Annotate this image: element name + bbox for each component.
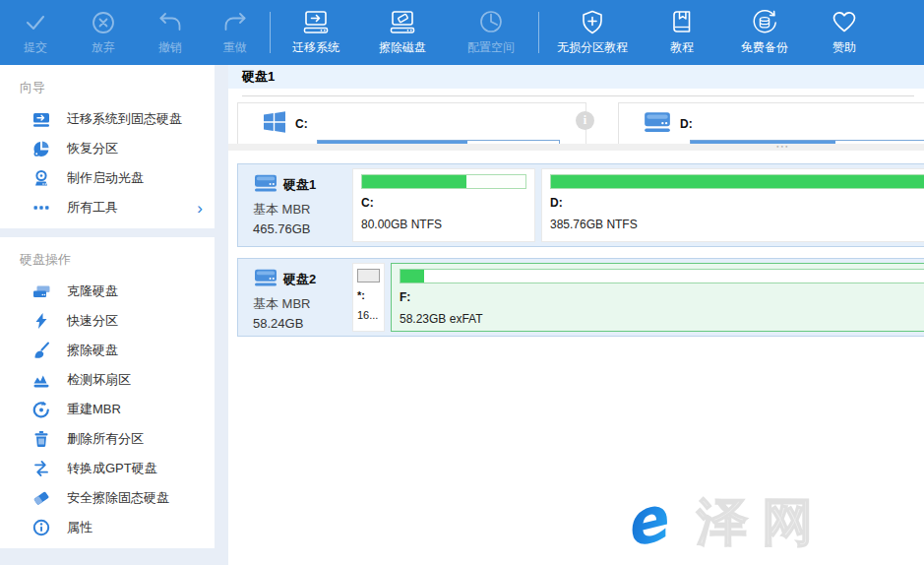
eraser-icon	[32, 489, 50, 507]
disk-type: 基本 MBR	[253, 201, 346, 219]
wipe-disk-button[interactable]: 擦除磁盘	[359, 0, 446, 65]
sidebar-item-label: 制作启动光盘	[67, 169, 144, 187]
disk-size: 58.24GB	[253, 316, 346, 331]
sidebar-item-clone-disk[interactable]: 克隆硬盘	[0, 277, 215, 306]
allocate-space-label: 配置空间	[467, 39, 515, 56]
usage-bar	[400, 269, 924, 283]
wipe-disk-label: 擦除磁盘	[379, 39, 426, 56]
undo-label: 撤销	[158, 39, 182, 56]
toolbar: 提交 放弃 撤销 重做 迁移系统 擦除磁盘 配置空间	[0, 0, 924, 65]
allocate-space-button[interactable]: 配置空间	[446, 0, 536, 65]
lossless-tutorial-button[interactable]: 无损分区教程	[541, 0, 644, 65]
redo-button[interactable]: 重做	[203, 0, 268, 65]
sidebar-item-secure-erase-ssd[interactable]: 安全擦除固态硬盘	[0, 483, 215, 513]
disk-name: 硬盘1	[283, 176, 316, 194]
sidebar-item-label: 所有工具	[67, 199, 118, 217]
splitter-handle[interactable]: ⋯	[228, 144, 924, 151]
book-icon	[667, 7, 697, 38]
sidebar-item-recover-partition[interactable]: 恢复分区	[0, 134, 215, 163]
undo-button[interactable]: 撤销	[138, 0, 203, 65]
database-refresh-icon	[750, 7, 779, 38]
submit-label: 提交	[24, 39, 47, 56]
partition-info: 16...	[357, 309, 380, 321]
boot-disc-icon	[32, 169, 50, 187]
sidebar-item-label: 迁移系统到固态硬盘	[67, 110, 182, 128]
section-title-disk-ops: 硬盘操作	[0, 247, 215, 277]
migrate-system-button[interactable]: 迁移系统	[273, 0, 359, 65]
overview-card-c[interactable]: C: i	[237, 102, 586, 144]
partition-info: 385.76GB NTFS	[550, 218, 924, 231]
splitter-dots-icon: ⋯	[775, 138, 791, 154]
partition-f-selected[interactable]: F: 58.23GB exFAT	[391, 263, 924, 332]
partition-label: F:	[400, 290, 924, 304]
disk-type: 基本 MBR	[253, 295, 346, 313]
disk-row-2[interactable]: 硬盘2 基本 MBR 58.24GB *: 16... F: 58.23GB e…	[237, 258, 924, 337]
trash-icon	[32, 430, 50, 448]
watermark-logo-icon: e	[616, 486, 687, 559]
discard-button[interactable]: 放弃	[69, 0, 138, 65]
clock-icon	[476, 7, 506, 38]
overview-drive-label: D:	[680, 117, 693, 131]
sidebar-item-all-tools[interactable]: 所有工具 ›	[0, 193, 215, 222]
sidebar-section-wizard: 向导 迁移系统到固态硬盘 恢复分区 制作启动光盘	[0, 65, 215, 228]
windows-logo-icon	[262, 109, 287, 139]
svg-text:e: e	[616, 486, 677, 555]
refresh-circle-icon	[32, 401, 50, 418]
sidebar-item-quick-partition[interactable]: 快速分区	[0, 306, 215, 336]
partition-label: *:	[357, 289, 380, 301]
disk2-info: 硬盘2 基本 MBR 58.24GB	[242, 263, 346, 332]
tab-disk1[interactable]: 硬盘1	[228, 68, 275, 86]
undo-icon	[155, 7, 185, 38]
sidebar-item-make-boot-disc[interactable]: 制作启动光盘	[0, 163, 215, 193]
free-backup-button[interactable]: 免费备份	[720, 0, 809, 65]
sidebar-item-wipe-disk[interactable]: 擦除硬盘	[0, 336, 215, 365]
disk-size: 465.76GB	[253, 221, 346, 236]
free-backup-label: 免费备份	[741, 39, 788, 56]
partition-info: 58.23GB exFAT	[400, 312, 924, 326]
sidebar-item-convert-gpt[interactable]: 转换成GPT硬盘	[0, 454, 215, 483]
sidebar-item-label: 检测坏扇区	[67, 371, 131, 389]
disk-tab-strip: 硬盘1	[228, 65, 924, 89]
sidebar-item-label: 删除所有分区	[67, 430, 144, 448]
more-dots-icon	[32, 199, 50, 217]
tutorial-button[interactable]: 教程	[644, 0, 720, 65]
disk-overview-strip: C: i D:	[228, 96, 924, 144]
sidebar-item-check-bad-sectors[interactable]: 检测坏扇区	[0, 365, 215, 395]
info-circle-icon	[32, 519, 50, 536]
lossless-tutorial-label: 无损分区教程	[557, 39, 628, 56]
partition-d[interactable]: D: 385.76GB NTFS	[541, 168, 924, 242]
migrate-system-label: 迁移系统	[292, 39, 339, 56]
submit-button[interactable]: 提交	[2, 0, 69, 65]
shield-plus-icon	[578, 7, 607, 38]
tutorial-label: 教程	[670, 39, 694, 56]
redo-icon	[220, 7, 250, 38]
sidebar-item-label: 重建MBR	[67, 401, 121, 418]
info-icon[interactable]: i	[576, 111, 594, 130]
sidebar-item-label: 恢复分区	[67, 140, 118, 157]
cancel-circle-icon	[89, 7, 118, 38]
sidebar-item-label: 安全擦除固态硬盘	[67, 489, 169, 507]
sidebar-item-label: 克隆硬盘	[67, 282, 118, 300]
disk1-info: 硬盘1 基本 MBR 465.76GB	[242, 168, 346, 242]
sidebar-item-properties[interactable]: 属性	[0, 513, 215, 542]
drive-eraser-icon	[388, 7, 417, 38]
sidebar-item-migrate-to-ssd[interactable]: 迁移系统到固态硬盘	[0, 104, 215, 134]
disk-icon	[253, 267, 278, 292]
sidebar-item-delete-all-partitions[interactable]: 删除所有分区	[0, 424, 215, 454]
partition-unallocated[interactable]: *: 16...	[352, 263, 385, 332]
usage-bar	[357, 269, 380, 282]
chevron-right-icon: ›	[197, 200, 203, 217]
sidebar-item-label: 擦除硬盘	[67, 342, 118, 359]
overview-drive-label: C:	[295, 117, 308, 131]
overview-card-d[interactable]: D:	[618, 102, 924, 144]
sidebar-item-rebuild-mbr[interactable]: 重建MBR	[0, 395, 215, 424]
toolbar-separator	[538, 12, 539, 53]
lightning-icon	[32, 312, 50, 330]
convert-arrows-icon	[32, 460, 50, 477]
sidebar: 向导 迁移系统到固态硬盘 恢复分区 制作启动光盘	[0, 65, 215, 565]
disk-row-1[interactable]: 硬盘1 基本 MBR 465.76GB C: 80.00GB NTFS D: 3…	[237, 163, 924, 247]
partition-c[interactable]: C: 80.00GB NTFS	[352, 168, 535, 242]
check-icon	[21, 7, 50, 38]
section-title-wizard: 向导	[0, 75, 215, 104]
donate-button[interactable]: 赞助	[809, 0, 880, 65]
